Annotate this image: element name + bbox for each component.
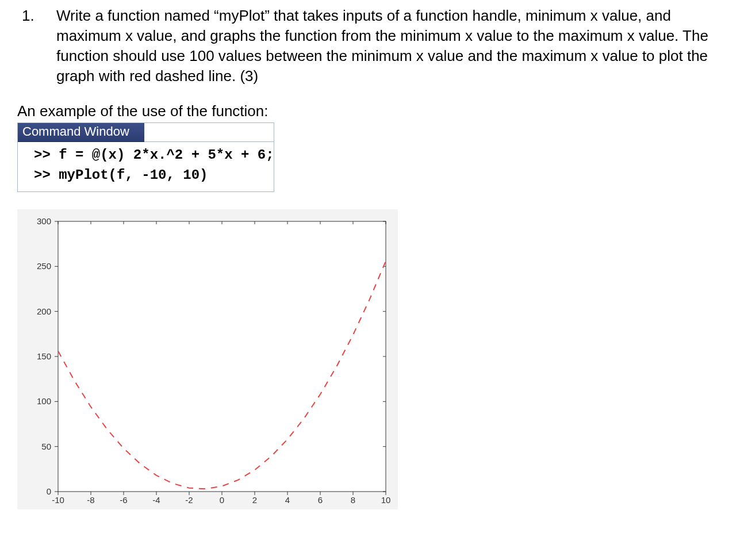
command-line-2: >> myPlot(f, -10, 10) bbox=[34, 167, 208, 183]
example-intro: An example of the use of the function: bbox=[17, 102, 727, 120]
x-tick-label: -4 bbox=[152, 495, 160, 505]
x-tick-label: -2 bbox=[185, 495, 193, 505]
x-tick-label: 8 bbox=[351, 495, 355, 505]
y-tick-label: 250 bbox=[37, 261, 51, 271]
x-tick-label: 0 bbox=[220, 495, 224, 505]
x-tick-label: -6 bbox=[120, 495, 127, 505]
y-tick-label: 50 bbox=[41, 442, 51, 451]
y-tick-label: 200 bbox=[37, 306, 51, 316]
command-window: Command Window >> f = @(x) 2*x.^2 + 5*x … bbox=[17, 122, 274, 192]
command-window-title: Command Window bbox=[18, 123, 144, 142]
y-tick-label: 0 bbox=[47, 486, 51, 496]
x-tick-label: -10 bbox=[52, 495, 64, 505]
x-tick-label: 2 bbox=[252, 495, 257, 505]
page: 1. Write a function named “myPlot” that … bbox=[0, 0, 744, 560]
x-tick-label: 6 bbox=[318, 495, 323, 505]
y-tick-label: 300 bbox=[37, 216, 51, 226]
x-tick-label: -8 bbox=[87, 495, 94, 505]
plot-figure: 050100150200250300 -10-8-6-4-20246810 bbox=[17, 209, 398, 509]
question-block: 1. Write a function named “myPlot” that … bbox=[17, 6, 727, 86]
question-text: Write a function named “myPlot” that tak… bbox=[56, 6, 727, 86]
y-tick-label: 150 bbox=[37, 351, 51, 361]
y-tick-label: 100 bbox=[37, 396, 51, 406]
x-tick-label: 4 bbox=[285, 495, 290, 505]
plot-svg: 050100150200250300 -10-8-6-4-20246810 bbox=[18, 210, 397, 509]
plot-area bbox=[58, 221, 386, 492]
command-window-title-spacer bbox=[144, 123, 274, 142]
question-number: 1. bbox=[17, 6, 56, 86]
command-line-1: >> f = @(x) 2*x.^2 + 5*x + 6; bbox=[34, 147, 274, 163]
x-tick-label: 10 bbox=[381, 495, 391, 505]
command-window-body: >> f = @(x) 2*x.^2 + 5*x + 6; >> myPlot(… bbox=[18, 142, 274, 191]
